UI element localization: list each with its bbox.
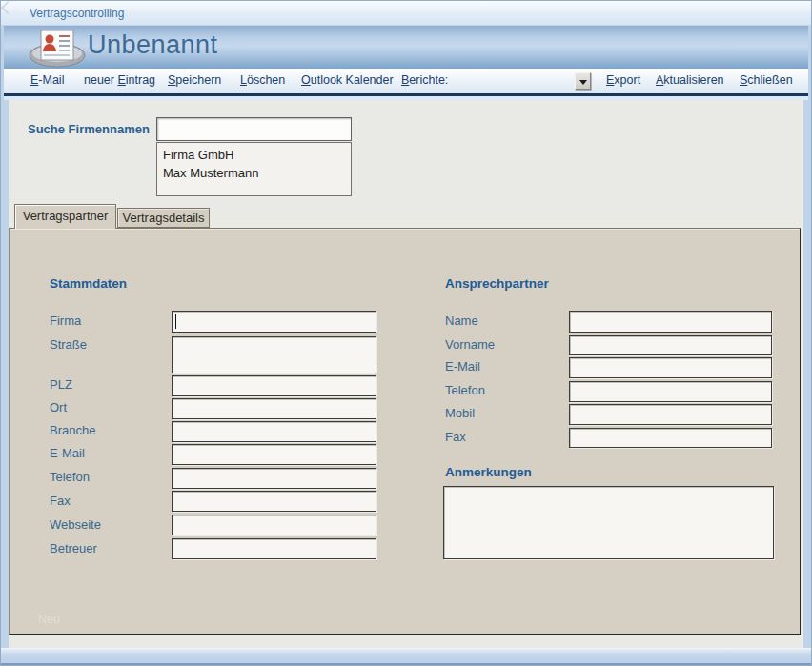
chevron-down-icon	[579, 80, 587, 85]
label-post: -Mail	[38, 73, 64, 87]
contact-telefon-label: Telefon	[445, 383, 485, 397]
webseite-input[interactable]	[172, 515, 376, 535]
label-post: chließen	[747, 73, 792, 87]
page-title: Unbenannt	[88, 30, 218, 60]
vorname-input[interactable]	[569, 335, 772, 355]
menu-item-save[interactable]: Speichern	[168, 73, 221, 87]
anmerkungen-textarea[interactable]	[443, 486, 774, 559]
fax-input[interactable]	[172, 491, 376, 512]
app-window: Vertragscontrolling Unbenannt E-Mail neu…	[0, 0, 812, 666]
menu-item-outlook-calendar[interactable]: Outlook Kalender	[301, 73, 394, 87]
strasse-input[interactable]	[172, 336, 376, 373]
label-post: öschen	[247, 73, 285, 87]
ort-label: Ort	[50, 400, 67, 414]
telefon-input[interactable]	[172, 468, 376, 489]
stammdaten-heading: Stammdaten	[50, 276, 127, 291]
ort-input[interactable]	[172, 398, 376, 419]
window-bottom-border	[1, 648, 811, 665]
email-input[interactable]	[172, 444, 376, 465]
betreuer-label: Betreuer	[50, 541, 97, 555]
banner: Unbenannt	[4, 26, 808, 69]
access-key: O	[301, 73, 311, 87]
contact-fax-label: Fax	[445, 430, 466, 444]
webseite-label: Webseite	[50, 517, 101, 532]
search-company-input[interactable]	[156, 117, 352, 141]
menu-item-reports[interactable]: Berichte:	[401, 73, 448, 87]
access-key: L	[240, 73, 247, 87]
list-item[interactable]: Max Mustermann	[157, 164, 351, 182]
mobil-input[interactable]	[569, 404, 772, 425]
tab-vertragspartner[interactable]: Vertragspartner	[14, 204, 116, 229]
menu-item-new-entry[interactable]: neuer Eintrag	[84, 73, 155, 87]
list-item[interactable]: Firma GmbH	[157, 146, 351, 164]
branche-input[interactable]	[172, 421, 376, 442]
label-post: ktualisieren	[663, 73, 723, 87]
window-title: Vertragscontrolling	[30, 7, 124, 20]
mobil-label: Mobil	[445, 406, 475, 420]
fax-label: Fax	[50, 494, 71, 508]
form-body: Suche Firmennamen Firma GmbH Max Musterm…	[9, 100, 803, 648]
name-input[interactable]	[569, 311, 772, 333]
search-company-label: Suche Firmennamen	[28, 122, 150, 136]
reports-dropdown-button[interactable]	[575, 72, 591, 90]
strasse-label: Straße	[50, 337, 87, 352]
contact-email-label: E-Mail	[445, 359, 480, 373]
contact-card-icon	[27, 28, 88, 68]
label-post: peichern	[175, 73, 221, 87]
tab-vertragsdetails[interactable]: Vertragsdetails	[117, 208, 210, 228]
firma-label: Firma	[50, 313, 81, 328]
search-results-list[interactable]: Firma GmbH Max Mustermann	[156, 142, 352, 196]
email-label: E-Mail	[50, 446, 85, 460]
label-post: erichte:	[409, 73, 448, 87]
firma-input[interactable]	[172, 311, 376, 333]
plz-input[interactable]	[172, 375, 376, 396]
window-corner-mark	[1, 1, 14, 14]
menu-item-refresh[interactable]: Aktualisieren	[656, 73, 724, 87]
text-caret	[175, 314, 176, 329]
contact-fax-input[interactable]	[569, 428, 772, 448]
contact-telefon-input[interactable]	[569, 381, 772, 402]
label-pre: neuer	[84, 73, 117, 87]
access-key: E	[117, 73, 125, 87]
contact-email-input[interactable]	[569, 357, 772, 378]
tabpage-vertragspartner: Stammdaten Firma Straße PLZ Ort Branche …	[9, 228, 801, 635]
titlebar: Vertragscontrolling	[1, 1, 811, 26]
menu-item-close[interactable]: Schließen	[740, 73, 793, 87]
vorname-label: Vorname	[445, 337, 495, 352]
label-post: intrag	[126, 73, 155, 87]
record-status-new: Neu	[38, 613, 60, 626]
menu-item-export[interactable]: Export	[606, 73, 640, 87]
telefon-label: Telefon	[50, 470, 90, 484]
anmerkungen-heading: Anmerkungen	[445, 465, 532, 479]
plz-label: PLZ	[50, 377, 72, 392]
label-post: utlook Kalender	[311, 73, 394, 87]
menu-item-delete[interactable]: Löschen	[240, 73, 285, 87]
name-label: Name	[445, 313, 478, 328]
menu-item-email[interactable]: E-Mail	[30, 73, 64, 87]
betreuer-input[interactable]	[172, 538, 376, 559]
menubar: E-Mail neuer Eintrag Speichern Löschen O…	[4, 69, 808, 96]
ansprechpartner-heading: Ansprechpartner	[445, 276, 549, 291]
label-post: xport	[614, 73, 640, 87]
branche-label: Branche	[50, 423, 95, 437]
